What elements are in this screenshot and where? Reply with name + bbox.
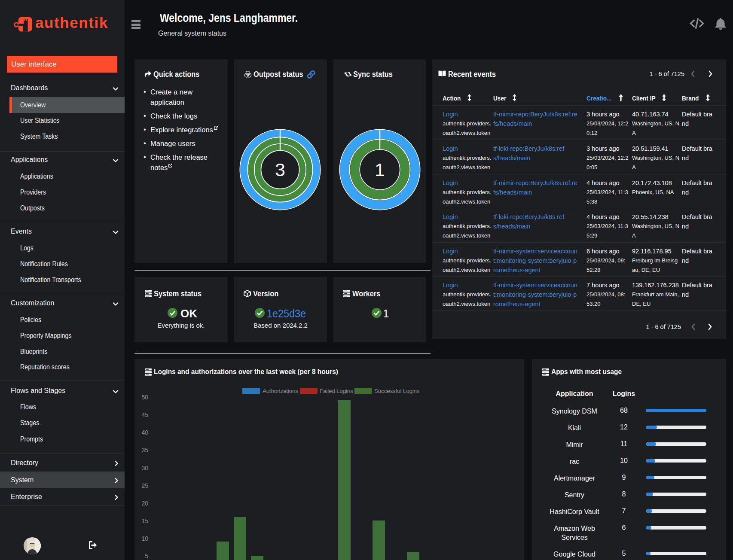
svg-text:3: 3 [275,159,285,180]
svg-text:1: 1 [375,159,385,180]
svg-text:authentik: authentik [35,15,108,31]
